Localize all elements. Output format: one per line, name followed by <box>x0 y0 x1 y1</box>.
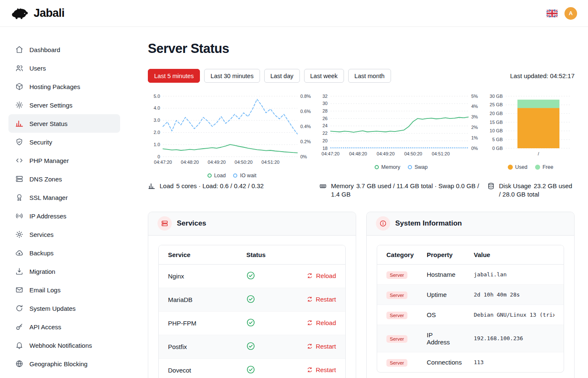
sidebar-item-users[interactable]: Users <box>8 59 120 77</box>
restart-button[interactable]: Restart <box>307 296 336 303</box>
disk-chart-svg: 30 GB25 GB20 GB15 GB10 GB5 GB0 GB/ <box>486 93 575 163</box>
svg-text:30: 30 <box>323 101 328 106</box>
svg-text:2%: 2% <box>471 125 478 130</box>
status-ok-icon <box>246 318 255 327</box>
reload-button[interactable]: Reload <box>307 272 336 279</box>
sidebar-item-label: Server Settings <box>29 102 73 109</box>
stats-row: Load5 cores · Load: 0.6 / 0.42 / 0.32Mem… <box>148 182 575 199</box>
filter-last-week[interactable]: Last week <box>304 69 344 83</box>
chart-bars-icon <box>15 119 24 128</box>
property-name: Hostname <box>417 264 465 284</box>
status-ok-icon <box>246 365 255 374</box>
broadcast-icon <box>15 212 24 220</box>
sidebar-item-dns-zones[interactable]: DNS Zones <box>8 170 120 188</box>
sidebar-item-label: Users <box>29 65 46 72</box>
memory-chart-svg: 32302826242220185%4%3%2%1%0%04:47:2004:4… <box>318 93 484 163</box>
language-flag[interactable] <box>546 10 558 17</box>
column-header: Category <box>377 245 417 265</box>
legend-item-load: Load <box>207 173 226 178</box>
filter-last-30-minutes[interactable]: Last 30 minutes <box>204 69 260 83</box>
sidebar-item-backups[interactable]: Backups <box>8 244 120 262</box>
chart-bars-icon <box>148 182 155 190</box>
sidebar-item-server-settings[interactable]: Server Settings <box>8 96 120 114</box>
table-row: NginxReload <box>159 264 345 288</box>
property-name: IP Address <box>417 325 465 352</box>
property-value: 192.168.100.236 <box>474 335 554 341</box>
sidebar-item-migration[interactable]: Migration <box>8 262 120 281</box>
sidebar-item-php-manager[interactable]: PHP Manager <box>8 151 120 170</box>
table-row: ServerConnections113 <box>377 352 564 372</box>
sidebar-item-dashboard[interactable]: Dashboard <box>8 40 120 59</box>
svg-text:5 GB: 5 GB <box>492 137 503 142</box>
svg-text:04:48:20: 04:48:20 <box>349 151 367 156</box>
table-row: PostfixRestart <box>159 335 345 358</box>
sidebar-item-system-updates[interactable]: System Updates <box>8 299 120 318</box>
app-header: Jabali A <box>0 0 588 27</box>
sidebar-item-ssl-manager[interactable]: SSL Manager <box>8 188 120 207</box>
svg-text:04:47:20: 04:47:20 <box>154 160 172 165</box>
table-row: ServerOSDebian GNU/Linux 13 (trixie) <box>377 304 564 325</box>
stat-label: Disk Usage <box>499 182 531 189</box>
filter-last-month[interactable]: Last month <box>348 69 391 83</box>
sidebar-item-security[interactable]: Security <box>8 133 120 151</box>
svg-text:04:49:20: 04:49:20 <box>208 160 226 165</box>
stat-load: Load5 cores · Load: 0.6 / 0.42 / 0.32 <box>148 182 318 199</box>
svg-text:0%: 0% <box>471 146 478 151</box>
sidebar-item-webhook-notifications[interactable]: Webhook Notifications <box>8 336 120 354</box>
service-name: PHP-FPM <box>159 311 237 335</box>
memory-chart: 32302826242220185%4%3%2%1%0%04:47:2004:4… <box>318 93 484 170</box>
sidebar-item-ip-addresses[interactable]: IP Addresses <box>8 207 120 225</box>
memory-icon <box>319 182 327 190</box>
download-icon <box>15 267 24 276</box>
filter-last-day[interactable]: Last day <box>264 69 300 83</box>
svg-text:04:51:20: 04:51:20 <box>262 160 280 165</box>
sidebar-item-label: Migration <box>29 268 55 275</box>
sidebar-item-server-status[interactable]: Server Status <box>8 114 120 133</box>
svg-text:25 GB: 25 GB <box>490 102 503 107</box>
svg-text:04:51:20: 04:51:20 <box>432 151 450 156</box>
disk-chart: 30 GB25 GB20 GB15 GB10 GB5 GB0 GB/UsedFr… <box>486 93 575 170</box>
table-row: DovecotRestart <box>159 358 345 378</box>
category-badge: Server <box>386 291 407 299</box>
svg-text:/: / <box>538 151 539 156</box>
globe-icon <box>15 360 24 368</box>
gear-icon <box>15 230 24 239</box>
system-card-title: System Information <box>395 219 462 228</box>
refresh-icon <box>307 296 313 302</box>
refresh-icon <box>307 273 313 279</box>
sidebar-item-label: SSL Manager <box>29 194 68 201</box>
sidebar-item-api-access[interactable]: API Access <box>8 318 120 336</box>
service-name: Postfix <box>159 335 237 358</box>
filter-last-5-minutes[interactable]: Last 5 minutes <box>148 69 200 83</box>
svg-text:15 GB: 15 GB <box>490 120 503 125</box>
system-information-table: CategoryPropertyValue ServerHostnamejaba… <box>377 245 564 372</box>
svg-text:0%: 0% <box>300 154 307 159</box>
sidebar-item-hosting-packages[interactable]: Hosting Packages <box>8 77 120 96</box>
home-icon <box>15 45 24 54</box>
reload-button[interactable]: Reload <box>307 319 336 326</box>
svg-text:30 GB: 30 GB <box>490 94 503 99</box>
avatar[interactable]: A <box>564 7 577 20</box>
sidebar-item-label: Security <box>29 139 52 146</box>
svg-text:3%: 3% <box>471 114 478 119</box>
cloud-icon <box>15 249 24 257</box>
sidebar-item-geographic-blocking[interactable]: Geographic Blocking <box>8 354 120 373</box>
category-badge: Server <box>386 359 407 367</box>
svg-text:04:50:20: 04:50:20 <box>235 160 253 165</box>
restart-button[interactable]: Restart <box>307 343 336 350</box>
sidebar-item-services[interactable]: Services <box>8 225 120 244</box>
svg-text:26: 26 <box>323 116 328 121</box>
sidebar-item-email-logs[interactable]: Email Logs <box>8 281 120 299</box>
svg-text:4%: 4% <box>471 104 478 109</box>
category-badge: Server <box>386 312 407 319</box>
svg-text:32: 32 <box>323 94 328 99</box>
last-updated: Last updated: 04:52:17 <box>510 72 575 79</box>
svg-text:18: 18 <box>323 146 328 151</box>
restart-button[interactable]: Restart <box>307 366 336 373</box>
brand: Jabali <box>9 6 65 21</box>
svg-text:10 GB: 10 GB <box>490 128 503 133</box>
svg-text:3.0: 3.0 <box>154 118 160 123</box>
legend-item-free: Free <box>535 164 554 170</box>
sidebar-item-label: System Updates <box>29 305 76 312</box>
service-name: Dovecot <box>159 358 237 378</box>
